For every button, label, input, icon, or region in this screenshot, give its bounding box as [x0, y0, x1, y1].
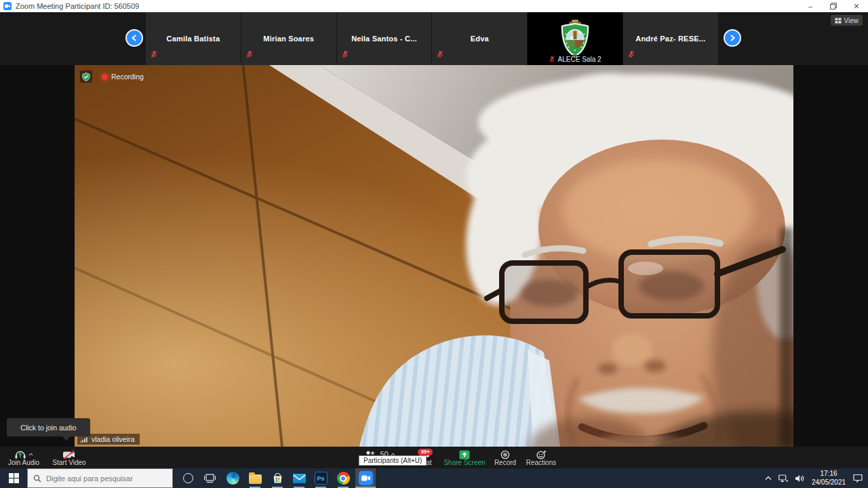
chrome-icon: [337, 472, 350, 485]
record-icon: [500, 450, 510, 460]
search-icon: [33, 474, 41, 483]
record-label: Record: [494, 460, 516, 466]
video-off-icon: [62, 450, 76, 460]
meeting-toolbar: Join Audio Start Video 50 99+ Chat: [0, 447, 868, 468]
participant-tile-alece[interactable]: ALECE Sala 2: [528, 12, 623, 65]
chrome-button[interactable]: [333, 468, 353, 488]
start-video-button[interactable]: Start Video: [47, 447, 91, 468]
zoom-app-icon: [3, 2, 12, 10]
task-view-icon: [204, 474, 216, 483]
store-icon: [272, 472, 283, 484]
system-tray: 17:16 24/05/2021: [762, 468, 868, 488]
microsoft-store-button[interactable]: [267, 468, 288, 488]
participant-strip: Camila Batista Mirian Soares Neila Santo…: [0, 12, 868, 65]
active-speaker-video[interactable]: Recording vladia oliveira: [75, 65, 793, 447]
window-title: Zoom Meeting Participant ID: 560509: [16, 2, 139, 10]
action-center-button[interactable]: [850, 468, 868, 488]
participant-name: Neila Santos - C...: [347, 35, 421, 43]
audio-signal-icon: [80, 436, 89, 443]
start-button[interactable]: [0, 468, 27, 488]
strip-next-button[interactable]: [724, 29, 741, 47]
taskbar-search[interactable]: [27, 468, 173, 488]
task-view-button[interactable]: [199, 468, 220, 488]
participant-name: Mirian Soares: [259, 35, 318, 43]
edge-icon: [226, 472, 239, 485]
main-stage: Recording vladia oliveira: [0, 65, 868, 447]
participant-tile[interactable]: Neila Santos - C...: [337, 12, 433, 65]
alece-name-label: ALECE Sala 2: [546, 55, 605, 64]
webcam-feed: [75, 65, 793, 447]
muted-mic-icon: [151, 49, 157, 61]
speaker-icon: [795, 474, 804, 483]
cortana-button[interactable]: [178, 468, 198, 488]
start-video-label: Start Video: [52, 460, 85, 466]
alece-crest-logo: [559, 20, 591, 58]
muted-mic-icon: [342, 49, 349, 61]
volume-button[interactable]: [791, 468, 808, 488]
participants-tooltip: Participants (Alt+U): [359, 455, 427, 466]
share-screen-label: Share Screen: [443, 460, 485, 466]
muted-mic-icon: [628, 49, 635, 61]
strip-prev-button[interactable]: [125, 29, 143, 47]
chevron-left-icon: [131, 35, 138, 41]
file-explorer-icon: [249, 474, 262, 484]
view-button-label: View: [844, 17, 859, 24]
participant-name: Edva: [467, 35, 493, 43]
participant-tile[interactable]: Camila Batista: [146, 12, 241, 65]
title-bar: Zoom Meeting Participant ID: 560509 – ✕: [0, 0, 868, 12]
tray-time: 17:16: [812, 470, 846, 479]
speaker-name: vladia oliveira: [92, 435, 135, 443]
mail-button[interactable]: [289, 468, 309, 488]
network-icon: [778, 474, 788, 483]
join-audio-label: Join Audio: [8, 460, 39, 466]
chevron-up-icon: [765, 476, 772, 481]
tray-expand-button[interactable]: [762, 468, 775, 488]
windows-logo-icon: [9, 473, 19, 483]
search-input[interactable]: [46, 474, 161, 483]
encryption-shield-icon[interactable]: [80, 70, 92, 83]
recording-dot-icon: [102, 74, 108, 80]
participant-name: Camila Batista: [163, 35, 224, 43]
muted-mic-icon: [246, 49, 253, 61]
cortana-icon: [183, 473, 193, 483]
participant-tile[interactable]: Mirian Soares: [241, 12, 337, 65]
reactions-label: Reactions: [526, 460, 556, 466]
action-center-icon: [853, 474, 863, 483]
participant-tile[interactable]: Edva: [432, 12, 528, 65]
participant-tile[interactable]: André Paz- RESE...: [623, 12, 719, 65]
muted-mic-icon: [437, 49, 443, 61]
participant-name: ALECE Sala 2: [558, 56, 601, 63]
muted-mic-icon: [549, 56, 555, 63]
participant-tiles: Camila Batista Mirian Soares Neila Santo…: [146, 12, 719, 65]
chevron-right-icon: [729, 35, 736, 41]
clock[interactable]: 17:16 24/05/2021: [808, 468, 850, 488]
minimize-button[interactable]: –: [799, 0, 822, 12]
file-explorer-button[interactable]: [245, 468, 265, 488]
network-status-button[interactable]: [775, 468, 791, 488]
mail-icon: [293, 474, 306, 483]
share-screen-icon: [459, 450, 470, 460]
close-button[interactable]: ✕: [845, 0, 868, 12]
join-audio-tooltip: Click to join audio: [7, 418, 90, 436]
zoom-meeting-window: Zoom Meeting Participant ID: 560509 – ✕ …: [0, 0, 868, 488]
tray-date: 24/05/2021: [812, 479, 846, 487]
edge-taskbar-button[interactable]: [222, 468, 243, 488]
record-button[interactable]: Record: [490, 447, 521, 468]
chevron-up-icon[interactable]: [28, 453, 33, 456]
share-screen-button[interactable]: Share Screen: [442, 447, 487, 468]
photoshop-button[interactable]: Ps: [311, 468, 331, 488]
reactions-button[interactable]: Reactions: [524, 447, 559, 468]
join-audio-button[interactable]: Join Audio: [3, 447, 45, 468]
zoom-taskbar-button[interactable]: [355, 468, 376, 488]
restore-button[interactable]: [822, 0, 845, 12]
zoom-taskbar-icon: [359, 471, 373, 485]
headset-icon: [14, 449, 26, 460]
chat-badge: 99+: [418, 449, 433, 455]
recording-label: Recording: [111, 73, 144, 81]
windows-taskbar: Ps 17:16 24: [0, 468, 868, 488]
recording-indicator: Recording: [80, 70, 144, 83]
view-button[interactable]: View: [831, 15, 863, 26]
participant-name: André Paz- RESE...: [631, 35, 709, 43]
grid-view-icon: [835, 18, 842, 24]
reactions-icon: [536, 450, 547, 460]
